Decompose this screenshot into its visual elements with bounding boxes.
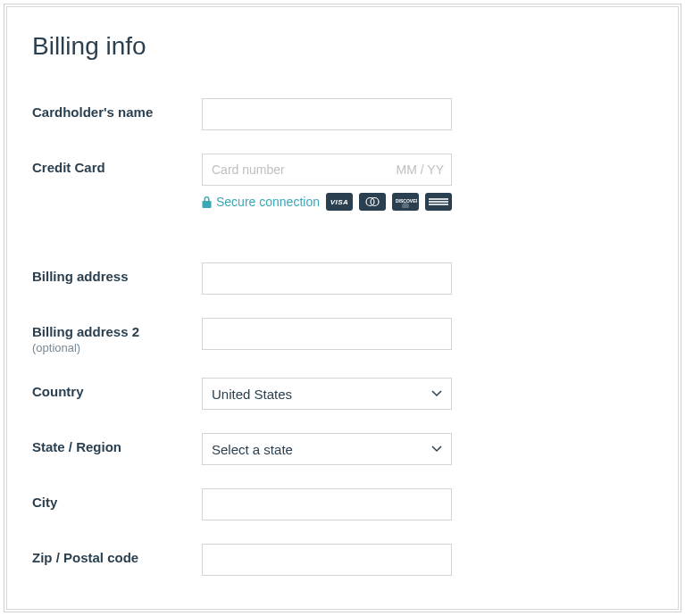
billing-form-outer: Billing info Cardholder's name Credit Ca…: [4, 4, 681, 612]
field-billing-address-2: [202, 318, 452, 350]
label-billing-address-2: Billing address 2 (optional): [32, 318, 202, 354]
field-city: [202, 488, 452, 520]
discover-icon: DISCOVER: [392, 193, 419, 211]
label-country: Country: [32, 378, 202, 399]
state-select[interactable]: Select a state: [202, 433, 452, 465]
credit-card-input-group: [202, 154, 452, 186]
field-zip: [202, 544, 452, 576]
city-input[interactable]: [202, 488, 452, 520]
row-billing-address: Billing address: [32, 262, 653, 295]
row-country: Country United States: [32, 378, 653, 410]
spacer: [32, 234, 653, 262]
card-expiry-input[interactable]: [380, 154, 451, 185]
secure-connection-line: Secure connection VISA DISCOVER: [202, 193, 452, 211]
card-number-input[interactable]: [203, 154, 380, 185]
row-zip: Zip / Postal code: [32, 544, 653, 576]
svg-text:DISCOVER: DISCOVER: [396, 198, 417, 204]
label-zip: Zip / Postal code: [32, 544, 202, 565]
label-billing-address-2-text: Billing address 2: [32, 324, 139, 339]
svg-rect-5: [429, 201, 448, 203]
label-cardholder: Cardholder's name: [32, 98, 202, 120]
label-state: State / Region: [32, 433, 202, 454]
label-credit-card: Credit Card: [32, 154, 202, 175]
mastercard-icon: [359, 193, 386, 211]
row-cardholder: Cardholder's name: [32, 98, 653, 130]
svg-rect-6: [429, 204, 448, 205]
billing-address-input[interactable]: [202, 262, 452, 295]
billing-address-2-input[interactable]: [202, 318, 452, 350]
field-billing-address: [202, 262, 452, 295]
svg-rect-4: [429, 198, 448, 200]
page-title: Billing info: [32, 32, 653, 61]
row-billing-address-2: Billing address 2 (optional): [32, 318, 653, 354]
label-optional-text: (optional): [32, 341, 202, 354]
field-state: Select a state: [202, 433, 452, 465]
billing-form-panel: Billing info Cardholder's name Credit Ca…: [6, 6, 679, 610]
row-credit-card: Credit Card Secure connection VISA: [32, 154, 653, 211]
country-select[interactable]: United States: [202, 378, 452, 410]
field-country: United States: [202, 378, 452, 410]
secure-connection-text: Secure connection: [216, 195, 320, 209]
visa-icon: VISA: [326, 193, 353, 211]
field-credit-card: Secure connection VISA DISCOVER: [202, 154, 452, 211]
amex-icon: [425, 193, 452, 211]
label-city: City: [32, 488, 202, 510]
zip-input[interactable]: [202, 544, 452, 576]
lock-icon: [202, 196, 212, 208]
cardholder-input[interactable]: [202, 98, 452, 130]
field-cardholder: [202, 98, 452, 130]
row-state: State / Region Select a state: [32, 433, 653, 465]
label-billing-address: Billing address: [32, 262, 202, 284]
row-city: City: [32, 488, 653, 520]
